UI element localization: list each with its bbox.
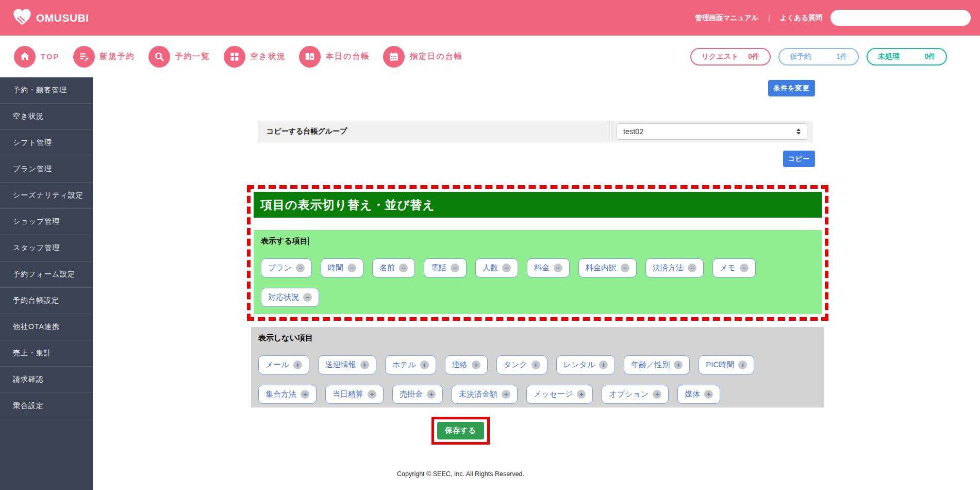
add-icon[interactable]: + (502, 390, 510, 399)
field-chip[interactable]: 電話 − (424, 258, 467, 277)
field-chip[interactable]: オプション + (602, 385, 669, 404)
field-chip[interactable]: PIC時間 + (699, 355, 754, 374)
add-icon[interactable]: + (301, 390, 309, 399)
main-content: 条件を変更 コピーする台帳グループ test02 コピー 項目の表示切り替え・並… (93, 77, 980, 490)
remove-icon[interactable]: − (688, 264, 696, 272)
add-icon[interactable]: + (577, 390, 586, 399)
badge-count: 0件 (748, 52, 759, 61)
nav-item-availability[interactable]: 空き状況 (224, 46, 286, 68)
icon-navbar: TOP 新規予約 予約一覧 (0, 36, 980, 77)
new-reservation-icon (73, 46, 95, 68)
field-chip[interactable]: 送迎情報 + (318, 355, 376, 374)
remove-icon[interactable]: − (451, 264, 459, 272)
change-conditions-button[interactable]: 条件を変更 (768, 80, 815, 96)
field-chip[interactable]: 年齢／性別 + (624, 355, 690, 374)
remove-icon[interactable]: − (347, 264, 356, 272)
sidebar-item[interactable]: 請求確認 (0, 367, 93, 393)
sidebar-item[interactable]: 予約フォーム設定 (0, 262, 93, 288)
ledger-group-select[interactable]: test02 (617, 123, 807, 140)
status-badge[interactable]: 未処理 0件 (867, 48, 947, 66)
remove-icon[interactable]: − (296, 264, 305, 272)
nav-item-top[interactable]: TOP (14, 46, 60, 68)
search-input[interactable] (830, 10, 971, 26)
field-chip[interactable]: 時間 − (321, 258, 363, 277)
sidebar-item[interactable]: 予約台帳設定 (0, 288, 93, 314)
field-chip[interactable]: 人数 − (475, 258, 518, 277)
remove-icon[interactable]: − (621, 264, 629, 272)
chip-label: 時間 (328, 263, 343, 273)
nav-item-date-ledger[interactable]: 指定日の台帳 (383, 46, 462, 68)
copy-button[interactable]: コピー (783, 151, 815, 167)
field-chip[interactable]: 料金 − (527, 258, 570, 277)
field-chip[interactable]: レンタル + (556, 355, 615, 374)
status-badge[interactable]: リクエスト 0件 (690, 48, 771, 66)
sidebar-item[interactable]: 乗合設定 (0, 393, 93, 419)
visible-chip-row: 対応状況 − (261, 288, 815, 307)
field-chip[interactable]: タンク + (496, 355, 547, 374)
add-icon[interactable]: + (472, 361, 480, 369)
save-button[interactable]: 保存する (437, 422, 484, 439)
field-chip[interactable]: メモ − (712, 258, 756, 277)
chip-label: 売掛金 (400, 389, 423, 399)
field-chip[interactable]: 連絡 + (445, 355, 488, 374)
chip-label: 未決済金額 (459, 389, 497, 399)
sidebar-item[interactable]: 予約・顧客管理 (0, 77, 93, 104)
sidebar-item[interactable]: シフト管理 (0, 130, 93, 156)
field-chip[interactable]: 未決済金額 + (452, 385, 518, 404)
sidebar-item[interactable]: シーズナリティ設定 (0, 183, 93, 209)
field-chip[interactable]: 売掛金 + (392, 385, 443, 404)
add-icon[interactable]: + (599, 361, 608, 369)
nav-item-new-reservation[interactable]: 新規予約 (73, 46, 135, 68)
chip-label: 媒体 (685, 389, 700, 399)
select-arrows-icon (796, 128, 801, 135)
field-chip[interactable]: メール + (258, 355, 309, 374)
hidden-items-label: 表示しない項目 (258, 333, 313, 343)
add-icon[interactable]: + (653, 390, 661, 399)
add-icon[interactable]: + (531, 361, 540, 369)
sidebar-item[interactable]: 空き状況 (0, 104, 93, 130)
remove-icon[interactable]: − (303, 293, 312, 302)
field-chip[interactable]: 名前 − (372, 258, 415, 277)
add-icon[interactable]: + (674, 361, 683, 369)
add-icon[interactable]: + (368, 390, 376, 399)
sidebar-item[interactable]: プラン管理 (0, 156, 93, 183)
field-chip[interactable]: 当日精算 + (325, 385, 384, 404)
chip-label: 人数 (483, 263, 498, 273)
sidebar-item[interactable]: 他社OTA連携 (0, 314, 93, 340)
remove-icon[interactable]: − (502, 264, 511, 272)
visible-items-panel: 表示する項目 プラン − 時間 (254, 230, 822, 314)
sidebar-item[interactable]: ショップ管理 (0, 209, 93, 235)
sidebar-item[interactable]: 売上・集計 (0, 340, 93, 367)
chip-label: 電話 (431, 263, 446, 273)
remove-icon[interactable]: − (399, 264, 408, 272)
remove-icon[interactable]: − (740, 264, 749, 272)
chip-label: 連絡 (452, 360, 468, 370)
field-chip[interactable]: ホテル + (385, 355, 436, 374)
field-chip[interactable]: プラン − (261, 258, 312, 277)
field-chip[interactable]: 料金内訳 − (578, 258, 637, 277)
field-chip[interactable]: メッセージ + (526, 385, 593, 404)
add-icon[interactable]: + (420, 361, 429, 369)
badge-label: 仮予約 (790, 52, 811, 61)
add-icon[interactable]: + (738, 361, 747, 369)
manual-link[interactable]: 管理画面マニュアル (695, 13, 758, 23)
add-icon[interactable]: + (360, 361, 369, 369)
chip-label: メール (265, 360, 289, 370)
chip-label: 当日精算 (333, 389, 363, 399)
field-chip[interactable]: 決済方法 − (645, 258, 704, 277)
faq-link[interactable]: よくある質問 (780, 13, 822, 23)
status-badge[interactable]: 仮予約 1件 (778, 48, 859, 66)
add-icon[interactable]: + (427, 390, 436, 399)
nav-item-today-ledger[interactable]: 本日の台帳 (299, 46, 370, 68)
field-chip[interactable]: 媒体 + (677, 385, 720, 404)
book-icon (299, 46, 321, 68)
sidebar-item[interactable]: スタッフ管理 (0, 235, 93, 262)
brand-logo[interactable]: OMUSUBI (12, 8, 89, 28)
remove-icon[interactable]: − (554, 264, 562, 272)
add-icon[interactable]: + (704, 390, 713, 399)
add-icon[interactable]: + (293, 361, 302, 369)
field-chip[interactable]: 集合方法 + (258, 385, 317, 404)
field-chip[interactable]: 対応状況 − (261, 288, 319, 307)
top-header: OMUSUBI 管理画面マニュアル ｜ よくある質問 (0, 0, 980, 36)
nav-item-reservation-list[interactable]: 予約一覧 (148, 46, 210, 68)
